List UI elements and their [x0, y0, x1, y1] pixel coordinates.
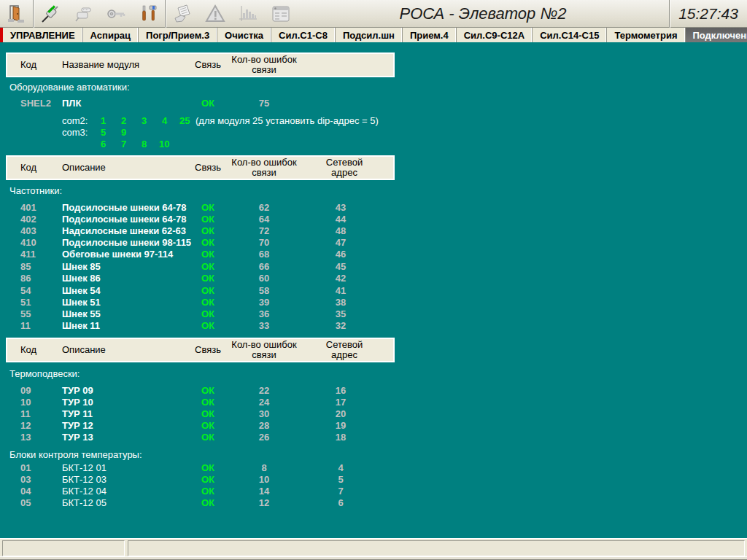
report-hand-icon	[172, 4, 193, 24]
cell-link-status: ОК	[192, 98, 224, 109]
cell-code: 11	[20, 320, 57, 331]
tab-podsil-shn[interactable]: Подсил.шн	[336, 28, 403, 42]
key-icon	[106, 4, 126, 24]
cell-description: Шнек 54	[62, 285, 204, 296]
cell-net-address: 44	[304, 214, 377, 225]
com2-module: 4	[162, 115, 167, 126]
cell-description: ТУР 10	[62, 397, 204, 408]
cell-net-address: 18	[304, 432, 377, 443]
cell-link-status: ОК	[192, 432, 224, 443]
cell-net-address: 20	[304, 408, 377, 419]
status-panel-right	[128, 540, 745, 556]
table-row: 09 ТУР 09 ОК 22 16	[0, 385, 409, 397]
cell-description: ТУР 13	[62, 432, 204, 443]
tab-termometriya[interactable]: Термометрия	[607, 28, 685, 42]
dip-address-note: (для модуля 25 установить dip-адрес = 5)	[196, 115, 379, 126]
plc-row: SHEL2 ПЛК ОК 75	[0, 98, 409, 109]
section-automation: Оборудование автоматики:	[9, 82, 130, 93]
header-errors: Кол-во ошибок связи	[224, 157, 304, 179]
cell-net-address: 17	[304, 397, 377, 408]
cell-code: 401	[20, 202, 57, 213]
tools-button[interactable]	[132, 0, 165, 28]
header-net-address: Сетевой адрес	[304, 157, 384, 179]
cell-description: ТУР 11	[62, 408, 204, 419]
cell-link-status: ОК	[192, 261, 224, 272]
cell-error-count: 60	[224, 273, 304, 284]
cell-link-status: ОК	[192, 497, 224, 508]
cell-error-count: 26	[224, 432, 304, 443]
cell-error-count: 24	[224, 397, 304, 408]
cell-error-count: 12	[224, 497, 304, 508]
table-row: 12 ТУР 12 ОК 28 19	[0, 420, 409, 432]
header-description: Описание	[62, 339, 106, 361]
com3-module: 10	[159, 139, 169, 149]
cell-code: 13	[20, 432, 57, 443]
header-code: Код	[20, 54, 36, 76]
tab-upravlenie[interactable]: УПРАВЛЕНИЕ	[3, 28, 83, 42]
com2-module: 2	[121, 115, 126, 126]
cell-link-status: ОК	[192, 273, 224, 284]
cell-link-status: ОК	[192, 285, 224, 296]
com3-label: com3:	[62, 127, 88, 138]
cell-link-status: ОК	[192, 408, 224, 419]
cell-code: 402	[20, 214, 57, 225]
table-row: 403 Надсилосные шнеки 62-63 ОК 72 48	[0, 225, 409, 237]
table-row: 54 Шнек 54 ОК 58 41	[0, 285, 409, 297]
cell-description: Шнек 51	[62, 297, 204, 308]
cell-net-address: 38	[304, 297, 377, 308]
section-thermo: Термоподвески:	[9, 368, 80, 379]
bar-chart-icon	[238, 4, 258, 24]
com2-module: 3	[142, 115, 147, 126]
table-row: 402 Подсилосные шнеки 64-78 ОК 64 44	[0, 214, 409, 225]
com3-module: 5	[101, 127, 106, 138]
section-bkt: Блоки контроля температуры:	[9, 449, 142, 460]
cell-description: БКТ-12 03	[62, 474, 204, 485]
alarms-button[interactable]	[198, 0, 231, 28]
plug-disconnected-icon	[73, 4, 93, 24]
exit-button[interactable]	[0, 0, 33, 28]
cell-description: БКТ-12 01	[62, 462, 204, 473]
cell-net-address: 16	[304, 385, 377, 396]
table-row: 411 Обеговые шнеки 97-114 ОК 68 46	[0, 249, 409, 260]
cell-net-address: 47	[304, 237, 377, 248]
tab-sil-c9-c12a[interactable]: Сил.С9-С12А	[457, 28, 533, 42]
cell-code: 10	[20, 397, 57, 408]
table-row: 55 Шнек 55 ОК 36 35	[0, 308, 409, 320]
cell-net-address: 4	[304, 462, 377, 473]
cell-code: 410	[20, 237, 57, 248]
cell-name: ПЛК	[62, 98, 204, 109]
connect-button[interactable]	[34, 0, 66, 28]
cell-link-status: ОК	[192, 462, 224, 473]
cell-description: Шнек 85	[62, 261, 204, 272]
tab-pogr-priem3[interactable]: Погр/Прием.3	[139, 28, 217, 42]
cell-error-count: 64	[224, 214, 304, 225]
cell-net-address: 19	[304, 420, 377, 431]
tab-sil-c14-c15[interactable]: Сил.С14-С15	[533, 28, 607, 42]
cell-error-count: 68	[224, 249, 304, 260]
tab-sil-c1-c8[interactable]: Сил.С1-С8	[271, 28, 336, 42]
bottom-strip	[0, 556, 747, 560]
cell-description: БКТ-12 05	[62, 497, 204, 508]
report-button[interactable]	[166, 0, 198, 28]
warning-triangle-icon	[205, 4, 225, 24]
trends-button[interactable]	[231, 0, 264, 28]
tab-podklyuchenie[interactable]: Подключение	[686, 28, 747, 42]
reports-table-button[interactable]	[264, 0, 297, 28]
cell-code: 12	[20, 420, 57, 431]
status-bar	[0, 538, 747, 556]
table-row: 410 Подсилосные шнеки 98-115 ОК 70 47	[0, 237, 409, 249]
data-table-icon	[271, 4, 291, 24]
com3-module: 9	[121, 127, 126, 138]
cell-error-count: 72	[224, 225, 304, 236]
cell-net-address: 42	[304, 273, 377, 284]
cell-error-count: 33	[224, 320, 304, 331]
tab-priem4[interactable]: Прием.4	[403, 28, 457, 42]
key-button[interactable]	[99, 0, 132, 28]
disconnect-button[interactable]	[66, 0, 99, 28]
table-row: 11 Шнек 11 ОК 33 32	[0, 320, 409, 332]
tab-aspirac[interactable]: Аспирац	[83, 28, 139, 42]
tab-ochistka[interactable]: Очистка	[217, 28, 271, 42]
cell-description: Подсилосные шнеки 64-78	[62, 214, 204, 225]
cell-link-status: ОК	[192, 237, 224, 248]
cell-error-count: 75	[224, 98, 304, 109]
